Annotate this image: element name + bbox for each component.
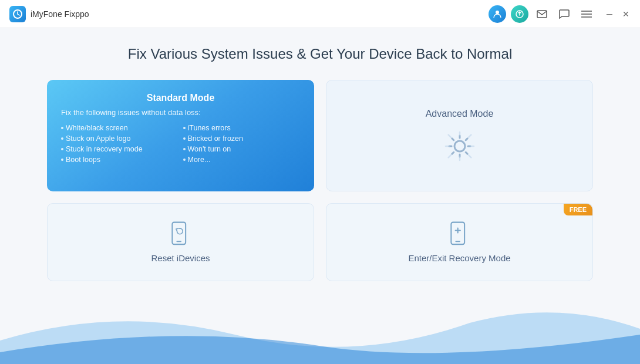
issue-dot xyxy=(183,127,186,129)
standard-mode-subtitle: Fix the following issues without data lo… xyxy=(61,108,300,117)
advanced-mode-title: Advanced Mode xyxy=(426,109,494,119)
issue-dot xyxy=(61,137,63,140)
issue-dot xyxy=(61,127,63,129)
issue-dot xyxy=(61,148,63,150)
reset-idevices-card[interactable]: Reset iDevices xyxy=(47,203,314,281)
standard-mode-title: Standard Mode xyxy=(61,93,300,103)
titlebar-actions: ─ ✕ xyxy=(489,5,631,23)
phone-reset-icon xyxy=(168,221,194,247)
svg-point-1 xyxy=(496,11,499,14)
issue-dot xyxy=(183,148,186,150)
cards-grid: Standard Mode Fix the following issues w… xyxy=(47,80,593,281)
window-controls: ─ ✕ xyxy=(605,9,631,19)
update-button[interactable] xyxy=(511,5,528,23)
issue-dot xyxy=(183,159,186,161)
issue-item: Boot loops xyxy=(61,156,178,164)
advanced-mode-card[interactable]: Advanced Mode xyxy=(326,80,593,191)
issue-dot xyxy=(61,159,63,161)
standard-mode-card[interactable]: Standard Mode Fix the following issues w… xyxy=(47,80,314,191)
recovery-mode-card[interactable]: FREE Enter/Exit Recovery Mode xyxy=(326,203,593,281)
phone-recovery-icon xyxy=(447,221,473,247)
page-heading: Fix Various System Issues & Get Your Dev… xyxy=(47,46,593,62)
minimize-button[interactable]: ─ xyxy=(605,9,614,19)
gear-icon xyxy=(443,130,476,163)
menu-button[interactable] xyxy=(578,5,595,23)
app-logo xyxy=(9,6,26,22)
issue-item: Stuck on Apple logo xyxy=(61,134,178,143)
recovery-label: Enter/Exit Recovery Mode xyxy=(408,253,510,263)
issue-item: White/black screen xyxy=(61,124,178,132)
svg-point-7 xyxy=(454,141,465,151)
reset-label: Reset iDevices xyxy=(151,253,210,263)
profile-button[interactable] xyxy=(489,5,506,23)
main-content: Fix Various System Issues & Get Your Dev… xyxy=(0,28,640,293)
svg-rect-3 xyxy=(537,11,547,18)
mail-button[interactable] xyxy=(533,5,551,23)
issue-item: Won't turn on xyxy=(183,145,301,153)
titlebar: iMyFone Fixppo xyxy=(0,0,640,28)
issue-item: Stuck in recovery mode xyxy=(61,145,178,153)
issues-grid: White/black screen iTunes errors Stuck o… xyxy=(61,124,300,164)
close-button[interactable]: ✕ xyxy=(621,9,631,19)
bottom-wave xyxy=(0,294,640,364)
issue-item: More... xyxy=(183,156,301,164)
free-badge: FREE xyxy=(564,204,592,215)
chat-button[interactable] xyxy=(555,5,573,23)
issue-item: Bricked or frozen xyxy=(183,134,301,143)
issue-dot xyxy=(183,137,186,140)
issue-item: iTunes errors xyxy=(183,124,301,132)
app-title: iMyFone Fixppo xyxy=(31,9,89,19)
